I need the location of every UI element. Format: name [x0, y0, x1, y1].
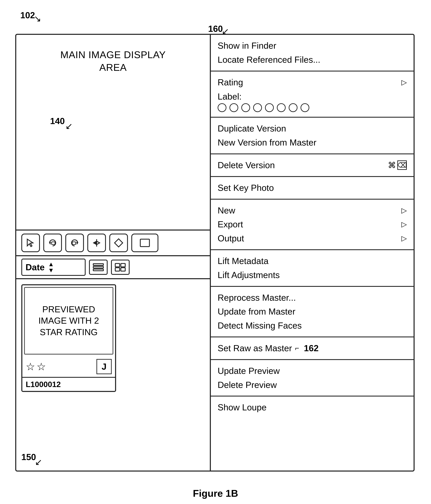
page-wrapper: 102 ↘ 160 ↙ MAIN IMAGE DISPLAY AREA 140 … [0, 0, 431, 504]
delete-key-icon: ⌫ [397, 160, 407, 170]
menu-section-preview: Update Preview Delete Preview [211, 360, 413, 397]
svg-rect-1 [72, 242, 76, 244]
crop-tool-button[interactable] [131, 234, 158, 252]
arrow-102: ↘ [34, 14, 41, 24]
new-arrow-icon: ▷ [401, 206, 407, 216]
label-circle-6[interactable] [277, 103, 286, 112]
ref-label-162: 162 [304, 342, 319, 354]
preview-text: PREVIEWED IMAGE WITH 2 STAR RATING [38, 304, 99, 338]
grid-view-button[interactable] [111, 260, 130, 275]
flip-tool-button[interactable] [87, 234, 106, 252]
svg-rect-4 [93, 264, 103, 265]
star-2: ☆ [37, 360, 46, 373]
output-arrow-icon: ▷ [401, 234, 407, 243]
menu-section-new-export-output: New ▷ Export ▷ Output ▷ [211, 200, 413, 250]
svg-rect-5 [93, 266, 103, 268]
date-label: Date [26, 262, 45, 272]
menu-item-detect-missing-faces[interactable]: Detect Missing Faces [218, 319, 407, 332]
label-circle-3[interactable] [241, 103, 250, 112]
ref-label-102: 102 [20, 10, 35, 20]
figure-caption: Figure 1B [193, 488, 238, 499]
ref-label-150: 150 [21, 452, 36, 462]
preview-id: L1000012 [22, 377, 115, 391]
menu-item-delete-preview[interactable]: Delete Preview [218, 379, 407, 391]
erase-tool-button[interactable] [109, 234, 128, 252]
toolbar-row [16, 230, 210, 255]
menu-section-delete-version: Delete Version ⌘ ⌫ [211, 154, 413, 177]
menu-item-update-preview[interactable]: Update Preview [218, 365, 407, 377]
svg-rect-6 [93, 269, 103, 271]
menu-item-show-in-finder[interactable]: Show in Finder [218, 40, 407, 52]
menu-item-set-key-photo[interactable]: Set Key Photo [218, 182, 407, 194]
menu-item-update-from-master[interactable]: Update from Master [218, 306, 407, 318]
left-panel: MAIN IMAGE DISPLAY AREA 140 ↙ [16, 35, 211, 470]
menu-item-lift-adjustments[interactable]: Lift Adjustments [218, 269, 407, 281]
rating-arrow-icon: ▷ [401, 77, 407, 87]
menu-item-rating[interactable]: Rating ▷ [218, 76, 407, 89]
menu-section-set-raw: Set Raw as Master ⌐ 162 [211, 337, 413, 360]
menu-section-rating: Rating ▷ Label: [211, 72, 413, 118]
main-image-line1: MAIN IMAGE DISPLAY [60, 49, 166, 60]
star-1: ☆ [26, 360, 35, 373]
label-circle-8[interactable] [300, 103, 309, 112]
menu-item-reprocess-master[interactable]: Reprocess Master... [218, 292, 407, 304]
menu-section-lift: Lift Metadata Lift Adjustments [211, 250, 413, 287]
arrow-140: ↙ [65, 121, 73, 131]
preview-image-area: PREVIEWED IMAGE WITH 2 STAR RATING [24, 287, 113, 355]
menu-item-export[interactable]: Export ▷ [218, 218, 407, 231]
svg-marker-2 [114, 239, 123, 247]
rotate-right-tool-button[interactable] [65, 234, 84, 252]
menu-item-new[interactable]: New ▷ [218, 204, 407, 217]
sort-row: Date ▲ ▼ [16, 255, 210, 279]
menu-section-key-photo: Set Key Photo [211, 177, 413, 200]
menu-item-duplicate-version[interactable]: Duplicate Version [218, 122, 407, 135]
svg-rect-9 [115, 268, 120, 271]
menu-item-set-raw-as-master[interactable]: Set Raw as Master ⌐ 162 [218, 342, 407, 354]
j-badge: J [96, 359, 112, 374]
label-circles-row [218, 103, 407, 112]
label-circle-7[interactable] [289, 103, 298, 112]
delete-shortcut-icon: ⌘ ⌫ [388, 160, 407, 171]
label-circle-2[interactable] [229, 103, 238, 112]
label-circle-4[interactable] [253, 103, 262, 112]
context-menu-panel: Show in Finder Locate Referenced Files..… [211, 35, 413, 470]
date-selector[interactable]: Date ▲ ▼ [21, 259, 86, 276]
menu-item-new-version-from-master[interactable]: New Version from Master [218, 136, 407, 149]
menu-item-locate-referenced[interactable]: Locate Referenced Files... [218, 54, 407, 66]
cursor-tool-button[interactable] [21, 234, 40, 252]
main-image-label: MAIN IMAGE DISPLAY AREA [60, 48, 166, 74]
preview-area: PREVIEWED IMAGE WITH 2 STAR RATING ☆ ☆ J… [16, 279, 210, 470]
label-row: Label: [218, 91, 407, 102]
menu-section-reprocess: Reprocess Master... Update from Master D… [211, 287, 413, 337]
menu-item-output[interactable]: Output ▷ [218, 232, 407, 244]
svg-rect-3 [140, 239, 150, 247]
preview-footer: ☆ ☆ J [22, 356, 115, 377]
rotate-left-tool-button[interactable] [43, 234, 62, 252]
preview-card: PREVIEWED IMAGE WITH 2 STAR RATING ☆ ☆ J… [21, 284, 116, 392]
arrow-150: ↙ [35, 457, 42, 467]
ref-label-160: 160 [208, 24, 223, 34]
menu-section-loupe: Show Loupe [211, 396, 413, 418]
set-raw-row: Set Raw as Master ⌐ 162 [218, 342, 319, 354]
menu-section-version: Duplicate Version New Version from Maste… [211, 118, 413, 154]
svg-rect-8 [121, 263, 125, 267]
menu-item-delete-version[interactable]: Delete Version ⌘ ⌫ [218, 159, 407, 171]
menu-item-show-loupe[interactable]: Show Loupe [218, 401, 407, 414]
main-image-area: MAIN IMAGE DISPLAY AREA 140 ↙ [16, 35, 210, 230]
export-arrow-icon: ▷ [401, 219, 407, 229]
label-circle-5[interactable] [265, 103, 274, 112]
label-circle-1[interactable] [218, 103, 226, 112]
menu-item-lift-metadata[interactable]: Lift Metadata [218, 255, 407, 267]
raw-arrow-small: ⌐ [295, 343, 299, 353]
list-view-button[interactable] [89, 260, 108, 275]
svg-rect-7 [115, 263, 120, 267]
svg-rect-10 [121, 268, 125, 271]
main-image-line2: AREA [99, 62, 127, 73]
svg-rect-0 [52, 242, 55, 244]
date-sort-arrows[interactable]: ▲ ▼ [48, 261, 54, 273]
star-rating: ☆ ☆ [26, 360, 46, 373]
main-container: MAIN IMAGE DISPLAY AREA 140 ↙ [15, 34, 415, 472]
menu-section-finder: Show in Finder Locate Referenced Files..… [211, 35, 413, 72]
ref-label-140: 140 [50, 116, 65, 126]
